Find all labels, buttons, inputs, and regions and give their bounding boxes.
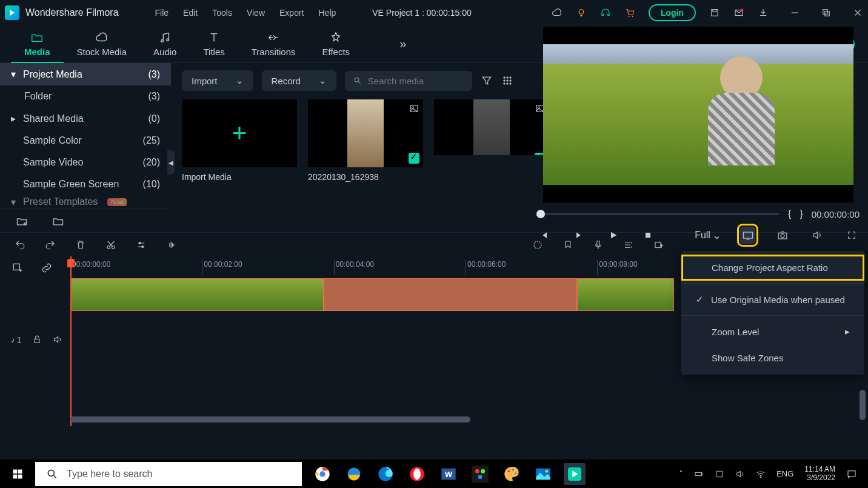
tab-media[interactable]: Media — [11, 31, 64, 64]
tab-audio[interactable]: Audio — [140, 31, 190, 57]
preview-viewport[interactable] — [543, 27, 853, 202]
menu-tools[interactable]: Tools — [212, 8, 232, 18]
mail-icon[interactable] — [733, 7, 744, 18]
menu-help[interactable]: Help — [318, 8, 336, 18]
battery-icon[interactable] — [694, 469, 704, 479]
maximize-icon[interactable] — [821, 7, 832, 18]
download-icon[interactable] — [758, 7, 769, 18]
timeline-clip[interactable] — [577, 278, 674, 311]
sidebar-item-sample-green[interactable]: Sample Green Screen (10) — [0, 173, 171, 195]
sidebar-item-preset-templates[interactable]: ▾Preset TemplatesNew — [0, 195, 171, 209]
svg-point-34 — [142, 246, 144, 247]
taskbar-chrome[interactable] — [312, 463, 333, 485]
prev-frame-button[interactable] — [536, 227, 552, 244]
sidebar-item-count: (20) — [143, 157, 160, 168]
start-button[interactable] — [0, 469, 35, 480]
mute-icon[interactable] — [51, 333, 64, 346]
tray-clock[interactable]: 11:14 AM 3/9/2022 — [804, 466, 835, 481]
timeline-vscroll[interactable] — [860, 390, 866, 420]
new-folder-icon[interactable] — [16, 215, 28, 227]
quality-dropdown[interactable]: Full ⌄ — [695, 227, 721, 244]
lightbulb-icon[interactable] — [576, 7, 587, 18]
touchpad-icon[interactable] — [715, 469, 724, 479]
popup-use-original[interactable]: ✓Use Original Media when paused — [681, 286, 864, 313]
stop-button[interactable] — [641, 227, 656, 244]
menu-edit[interactable]: Edit — [183, 8, 198, 18]
fullscreen-button[interactable] — [844, 227, 860, 244]
delete-icon[interactable] — [75, 239, 86, 250]
timeline-clip[interactable] — [70, 278, 324, 311]
taskbar-photos[interactable] — [532, 463, 554, 485]
settings-sliders-icon[interactable] — [136, 239, 147, 250]
tray-expand-icon[interactable]: ˄ — [679, 469, 683, 478]
audio-wave-icon[interactable] — [166, 239, 177, 250]
media-item-import[interactable]: + Import Media — [182, 99, 297, 182]
media-item[interactable] — [434, 99, 549, 155]
taskbar-word[interactable]: W — [438, 463, 459, 485]
preview-scrubber[interactable] — [536, 213, 780, 215]
search-media-box[interactable] — [345, 71, 472, 91]
popup-safe-zones[interactable]: Show Safe Zones — [681, 345, 864, 371]
grid-view-icon[interactable] — [501, 75, 513, 87]
more-tabs-icon[interactable]: » — [399, 37, 406, 51]
menu-view[interactable]: View — [247, 8, 265, 18]
tab-transitions[interactable]: Transitions — [238, 31, 309, 57]
taskbar-ie[interactable] — [343, 463, 365, 485]
sidebar-item-project-media[interactable]: ▾Project Media (3) — [0, 63, 171, 85]
volume-tray-icon[interactable] — [735, 469, 745, 479]
cart-icon[interactable] — [624, 7, 635, 18]
lock-icon[interactable] — [30, 333, 44, 346]
redo-icon[interactable] — [45, 239, 56, 250]
popup-change-aspect-ratio[interactable]: Change Project Aspect Ratio — [681, 255, 864, 281]
cut-icon[interactable] — [105, 239, 116, 250]
taskbar-resolve[interactable] — [469, 463, 491, 485]
timeline-scrollbar[interactable] — [70, 416, 470, 423]
taskbar-search[interactable]: Type here to search — [35, 462, 302, 486]
timeline-link-icon[interactable] — [40, 261, 53, 275]
menu-export[interactable]: Export — [279, 8, 304, 18]
taskbar-paint[interactable] — [501, 463, 522, 485]
login-button[interactable]: Login — [649, 4, 696, 21]
tab-stock-media[interactable]: Stock Media — [64, 31, 141, 57]
close-icon[interactable] — [852, 7, 863, 18]
tray-language[interactable]: ENG — [776, 469, 793, 478]
minimize-icon[interactable] — [789, 7, 800, 18]
tab-effects[interactable]: Effects — [309, 31, 364, 57]
bracket-out[interactable]: } — [800, 209, 803, 219]
video-track[interactable] — [70, 278, 674, 311]
sidebar-item-sample-color[interactable]: Sample Color (25) — [0, 130, 171, 152]
undo-icon[interactable] — [15, 239, 25, 250]
popup-zoom-level[interactable]: Zoom Level▸ — [681, 318, 864, 345]
snapshot-button[interactable] — [775, 227, 790, 244]
notification-icon[interactable] — [846, 469, 857, 480]
cloud-icon[interactable] — [552, 7, 563, 18]
menu-file[interactable]: File — [155, 8, 169, 18]
save-icon[interactable] — [709, 7, 720, 18]
timeline-add-media-icon[interactable] — [11, 261, 24, 275]
scrubber-handle[interactable] — [536, 210, 545, 218]
volume-button[interactable] — [809, 227, 824, 244]
sidebar-item-shared-media[interactable]: ▸Shared Media (0) — [0, 107, 171, 130]
collapse-sidebar-button[interactable]: ◀ — [167, 150, 175, 175]
taskbar-edge[interactable] — [375, 463, 396, 485]
taskbar-filmora[interactable] — [564, 463, 586, 485]
next-frame-button[interactable] — [571, 227, 586, 244]
filter-icon[interactable] — [481, 75, 493, 87]
headphones-icon[interactable] — [600, 7, 611, 18]
taskbar-opera[interactable] — [406, 463, 428, 485]
sidebar-item-sample-video[interactable]: Sample Video (20) — [0, 152, 171, 173]
aspect-ratio-button[interactable] — [740, 227, 755, 244]
timeline-clip[interactable] — [324, 278, 577, 311]
play-button[interactable] — [606, 227, 621, 244]
folder-icon[interactable] — [52, 215, 64, 227]
import-dropdown[interactable]: Import⌄ — [182, 70, 253, 91]
timeline-playhead[interactable] — [70, 256, 72, 426]
wifi-icon[interactable] — [756, 469, 766, 479]
bracket-in[interactable]: { — [788, 209, 791, 219]
sidebar-item-folder[interactable]: Folder (3) — [0, 85, 171, 107]
record-dropdown[interactable]: Record⌄ — [262, 70, 336, 91]
search-input[interactable] — [368, 76, 464, 86]
tab-titles[interactable]: Titles — [190, 31, 238, 57]
media-item[interactable]: 20220130_162938 — [308, 99, 423, 182]
tab-media-label: Media — [24, 47, 50, 57]
